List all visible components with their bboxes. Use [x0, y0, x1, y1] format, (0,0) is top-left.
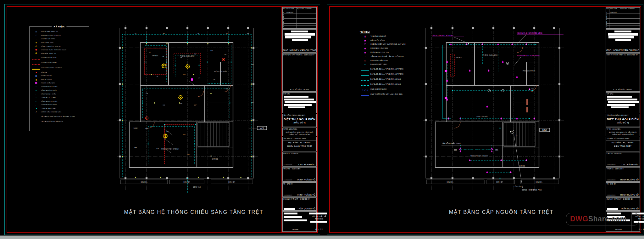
checked-name: TRẦN QUANG VŨ	[297, 208, 315, 210]
legend-label: ĐÈN HUỲNH QUANG GẮN TRẦN	[41, 67, 87, 69]
redacted-block	[607, 96, 632, 98]
redacted-block	[607, 104, 635, 106]
legend-symbol: ◉	[31, 48, 41, 51]
walls	[435, 43, 539, 168]
owner-box: ÔNG. NGUYỄN VĂN CHƯƠNG	[282, 29, 317, 53]
redacted-block	[608, 101, 639, 103]
redacted-block	[284, 208, 295, 210]
column-markers	[425, 27, 560, 179]
redacted-block	[284, 96, 308, 98]
redacted-block	[607, 208, 618, 210]
redacted-block	[291, 31, 308, 32]
issue-date: 04/2008	[284, 229, 307, 230]
plan-title-power: MẶT BẰNG CẤP NGUỒN TẦNG TRỆT	[423, 209, 580, 215]
legend-label: ĐÈN CHÙM TRANG TRÍ	[41, 53, 87, 54]
legend-label: DÂY DẪN 2x1.5mm² (PVC Ø16) ĐI ÂM TRẦN, T…	[41, 116, 87, 117]
svg-text:WC: WC	[225, 88, 228, 90]
redacted-block	[285, 36, 311, 38]
legend-label: CÔNG TẮC ĐẢO CHIỀU	[41, 108, 87, 109]
legend-symbol: ◄	[31, 71, 41, 73]
svg-text:L9: L9	[163, 32, 165, 34]
svg-text:L9: L9	[135, 32, 136, 34]
cad-name: TRỊNH HOÀNG VŨ	[620, 194, 639, 196]
legend-item: ▮ĐÈN ỐP TƯỜNG	[31, 78, 87, 82]
svg-text:4: 4	[507, 63, 508, 64]
svg-text:CỔNG VÀO: CỔNG VÀO	[193, 186, 201, 188]
title-block: STT No. NGÀY-DATE NỘI DUNG - CONTEND: 10…	[605, 7, 640, 232]
svg-text:L9: L9	[180, 57, 182, 59]
downlight-symbols	[122, 43, 252, 178]
title-block: STT No. NGÀY-DATE NỘI DUNG - CONTEND: 10…	[281, 7, 317, 232]
notes-label: GHI CHÚ:	[283, 93, 316, 95]
switch-leaders	[164, 81, 195, 154]
sheet-frame: KÝ HIỆU: ▭ĐÈN ỐP TRẦN TRANG TRÍ◠ĐÈN TREO…	[7, 6, 318, 233]
sheet-number: Đ - 02	[315, 228, 323, 230]
location-box: VỊ TRÍ - LOCATION: ĐƯỜNG BÌNH MINH-THỊ X…	[282, 128, 317, 136]
mdb-label: MDB	[542, 129, 547, 131]
svg-text:BỒN HOA: BỒN HOA	[228, 181, 235, 183]
design-box: THIẾT KẾ - DESIGN BY: K.S-ENGINEERTRỊNH …	[606, 167, 640, 182]
svg-text:L41: L41	[251, 102, 254, 103]
legend-item: ĐÈN HUỲNH QUANG GẮN TRẦN	[31, 65, 87, 71]
svg-text:kWh: kWh	[511, 131, 513, 133]
location-box: VỊ TRÍ - LOCATION: ĐƯỜNG BÌNH MINH-THỊ X…	[606, 128, 640, 136]
svg-text:L18: L18	[224, 54, 226, 55]
designer-label: ĐƠN VỊ TƯ VẤN THIẾT KẾ - DESIGNED BY	[283, 54, 316, 56]
legend-symbol: ✻	[31, 52, 41, 55]
legend-symbol: ⌐	[31, 86, 41, 88]
svg-text:ĐD1: ĐD1	[495, 149, 498, 151]
primary-box: CHỦ TRÌ - PRIMARY: K.S-ENGINEERCAO BÁ PH…	[282, 152, 317, 167]
legend-symbol: ⊥	[360, 55, 370, 58]
revision-table: STT No. NGÀY-DATE NỘI DUNG - CONTEND: 10…	[606, 7, 640, 29]
redacted-block	[614, 31, 631, 32]
drawing-name-line2: ĐIỆN TẦNG TRỆT	[606, 145, 640, 147]
legend-item: ĐÈN DÂY LED NỔI TRẦN	[31, 60, 87, 65]
legend-item: ●ĐÈN NẤM SÂN VƯỜN	[31, 37, 87, 41]
redacted-block	[607, 216, 625, 218]
designer-box: ĐƠN VỊ TƯ VẤN THIẾT KẾ - DESIGNED BY KTS…	[606, 53, 640, 92]
legend-symbol	[31, 65, 41, 71]
grid-lines	[423, 25, 565, 191]
svg-text:L11: L11	[167, 131, 169, 132]
docset-line1: HỒ SƠ THIẾT KẾ	[636, 215, 644, 217]
legend-label: CÔNG TẮC TƯ 1 CHIỀU	[41, 97, 87, 98]
legend-symbol: ◎	[31, 45, 41, 47]
svg-text:L31: L31	[146, 93, 148, 94]
owner-box: ÔNG. NGUYỄN VĂN CHƯƠNG	[606, 29, 640, 53]
svg-text:ĐỒNG HỒ ĐIỆN 1 PHA: ĐỒNG HỒ ĐIỆN 1 PHA	[522, 189, 542, 191]
svg-text:PHÒNG KHÁCH GIA ĐÌNH: PHÒNG KHÁCH GIA ĐÌNH	[470, 155, 488, 157]
legend-item: ◢CÔNG TẮC ĐẢO CHIỀU	[31, 107, 87, 111]
owner-name: ÔNG. NGUYỄN VĂN CHƯƠNG	[283, 49, 316, 52]
redacted-block	[288, 106, 305, 108]
svg-text:PHÒNG KHÁCH GIA ĐÌNH: PHÒNG KHÁCH GIA ĐÌNH	[161, 148, 179, 150]
legend-symbol: ◉	[360, 51, 370, 54]
redacted-block	[632, 213, 644, 214]
meter-symbol: kWh	[511, 130, 514, 134]
svg-text:L8: L8	[198, 32, 199, 34]
checked-box: QUẢN LÝ KỸ THUẬT - CHECKED BY: TRẦN QUAN…	[282, 197, 317, 211]
sheet-number: Đ - 04	[639, 228, 644, 230]
owner-name: ÔNG. NGUYỄN VĂN CHƯƠNG	[606, 49, 640, 52]
checked-box: QUẢN LÝ KỸ THUẬT - CHECKED BY: TRẦN QUAN…	[606, 197, 640, 211]
legend-item: ĐÈN DÂY LED ÂM TRẦN	[31, 55, 87, 60]
svg-text:L8: L8	[226, 32, 228, 34]
svg-text:GARAGE: GARAGE	[212, 158, 218, 160]
legend-symbol	[31, 119, 41, 124]
legend-item: ⌐CÔNG TẮC ĐƠN 2 CHIỀU	[31, 100, 87, 103]
svg-text:BỒN HOA: BỒN HOA	[536, 181, 542, 183]
legend-label: CÔNG TẮC ĐÔI 1 CHIỀU	[41, 89, 87, 91]
svg-text:L14: L14	[183, 74, 186, 76]
notes-box: GHI CHÚ:	[282, 92, 317, 113]
grid-lines	[117, 25, 259, 191]
project-name: BIỆT THỰ GOLF BIỂN	[606, 118, 640, 121]
svg-text:NGUỒN ĐH MÁY NƯỚC NÓNG: NGUỒN ĐH MÁY NƯỚC NÓNG	[517, 55, 540, 57]
svg-text:ĐD2: ĐD2	[454, 149, 457, 151]
legend-symbol: ◠	[31, 34, 41, 36]
svg-text:L8: L8	[163, 56, 164, 58]
legend-label: ĐÈN SOI TRANH	[41, 75, 87, 77]
legend-lighting: KÝ HIỆU: ▭ĐÈN ỐP TRẦN TRANG TRÍ◠ĐÈN TREO…	[29, 26, 89, 131]
redacted-block	[309, 213, 329, 214]
redacted-block	[607, 99, 637, 100]
docset-line2: THI CÔNG	[638, 218, 644, 220]
legend-item: ⌐CÔNG TẮC TƯ 1 CHIỀU	[31, 96, 87, 100]
